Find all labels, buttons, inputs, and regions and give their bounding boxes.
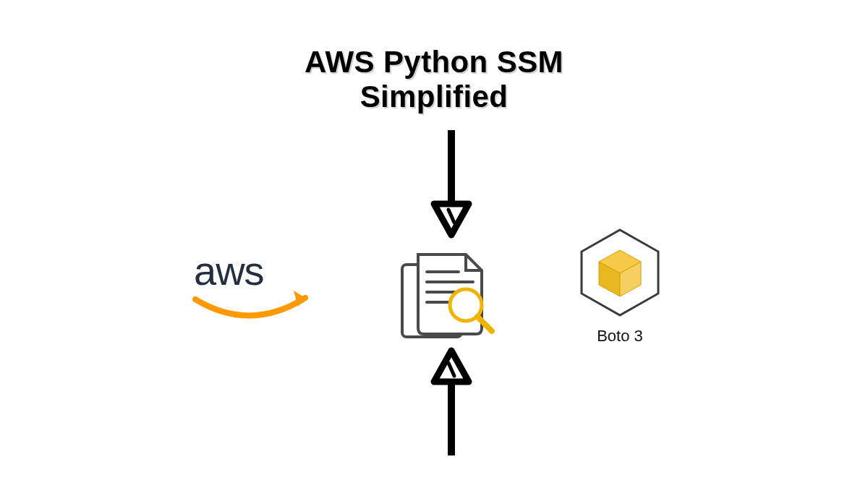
page-title: AWS Python SSM Simplified <box>0 45 868 115</box>
title-line-2: Simplified <box>360 80 509 114</box>
boto3-logo: Boto 3 <box>566 226 674 346</box>
aws-logo: aws <box>185 247 315 330</box>
aws-text: aws <box>194 248 264 294</box>
svg-line-7 <box>448 363 454 376</box>
svg-line-1 <box>448 210 454 223</box>
boto3-hexagon-icon <box>573 226 667 320</box>
aws-smile <box>195 298 305 316</box>
title-line-1: AWS Python SSM <box>305 45 563 79</box>
arrow-up-icon <box>430 347 473 458</box>
document-search-icon <box>396 249 498 346</box>
arrow-down-icon <box>430 130 473 241</box>
boto3-label: Boto 3 <box>566 327 674 346</box>
